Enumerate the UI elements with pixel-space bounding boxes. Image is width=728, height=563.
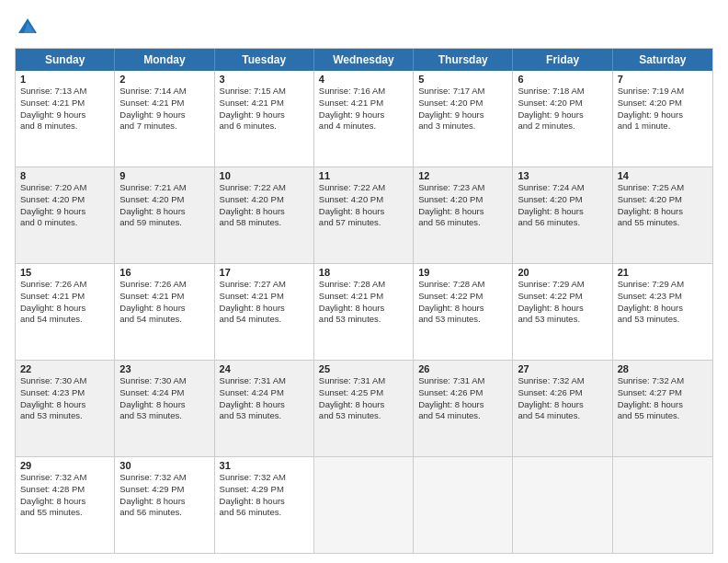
day-number: 23 [119,363,209,374]
calendar: SundayMondayTuesdayWednesdayThursdayFrid… [15,48,713,554]
cell-info-line: and 53 minutes. [319,410,408,422]
cell-info-line: and 58 minutes. [220,217,309,229]
cell-info-line: Sunset: 4:20 PM [618,194,708,206]
cell-info-line: Daylight: 9 hours [20,206,109,218]
day-number: 21 [618,267,708,278]
cell-info-line: and 4 minutes. [319,121,408,132]
cell-info-line: Daylight: 8 hours [319,206,408,218]
cell-info-line: Sunset: 4:22 PM [518,291,607,303]
table-row: 15Sunrise: 7:26 AMSunset: 4:21 PMDayligh… [16,264,115,360]
table-row: 12Sunrise: 7:23 AMSunset: 4:20 PMDayligh… [414,167,513,263]
cell-info-line: Sunrise: 7:29 AM [518,279,607,291]
cell-info-line: Sunset: 4:20 PM [418,194,507,206]
cell-info-line: and 1 minute. [618,121,708,132]
cell-info-line: and 6 minutes. [220,121,309,132]
calendar-week-3: 15Sunrise: 7:26 AMSunset: 4:21 PMDayligh… [16,263,712,360]
cell-info-line: and 53 minutes. [618,314,708,326]
cell-info-line: Sunrise: 7:17 AM [418,86,507,98]
cell-info-line: Sunset: 4:22 PM [418,291,507,303]
cell-info-line: Sunset: 4:20 PM [319,194,408,206]
header-day-tuesday: Tuesday [215,49,314,71]
day-number: 27 [518,363,607,374]
cell-info-line: Daylight: 8 hours [119,206,209,218]
cell-info-line: and 54 minutes. [20,314,109,326]
table-row: 30Sunrise: 7:32 AMSunset: 4:29 PMDayligh… [115,457,214,553]
day-number: 31 [220,460,309,471]
header-day-friday: Friday [513,49,612,71]
cell-info-line: Daylight: 9 hours [119,109,209,121]
page: SundayMondayTuesdayWednesdayThursdayFrid… [0,0,728,563]
cell-info-line: Sunrise: 7:31 AM [418,375,507,387]
cell-info-line: Sunset: 4:20 PM [518,98,607,109]
header-day-wednesday: Wednesday [314,49,414,71]
table-row: 27Sunrise: 7:32 AMSunset: 4:26 PMDayligh… [513,361,612,456]
cell-info-line: Daylight: 8 hours [220,206,309,218]
cell-info-line: Daylight: 8 hours [319,303,408,315]
cell-info-line: and 56 minutes. [518,217,607,229]
table-row: 26Sunrise: 7:31 AMSunset: 4:26 PMDayligh… [414,361,513,456]
cell-info-line: and 54 minutes. [518,410,607,422]
cell-info-line: Sunset: 4:21 PM [319,291,408,303]
day-number: 18 [319,267,408,278]
cell-info-line: Sunset: 4:28 PM [20,484,109,496]
table-row: 3Sunrise: 7:15 AMSunset: 4:21 PMDaylight… [215,71,314,167]
cell-info-line: Sunrise: 7:20 AM [20,182,109,194]
cell-info-line: Sunset: 4:20 PM [518,194,607,206]
cell-info-line: Sunset: 4:21 PM [119,98,209,109]
table-row: 28Sunrise: 7:32 AMSunset: 4:27 PMDayligh… [613,361,712,456]
cell-info-line: Sunrise: 7:28 AM [418,279,507,291]
cell-info-line: Sunrise: 7:23 AM [418,182,507,194]
cell-info-line: Sunrise: 7:30 AM [20,375,109,387]
day-number: 15 [20,267,109,278]
day-number: 29 [20,460,109,471]
day-number: 2 [119,74,209,85]
cell-info-line: Daylight: 9 hours [518,109,607,121]
cell-info-line: Sunset: 4:23 PM [618,291,708,303]
cell-info-line: Sunset: 4:20 PM [220,194,309,206]
calendar-body: 1Sunrise: 7:13 AMSunset: 4:21 PMDaylight… [16,71,712,553]
day-number: 7 [618,74,708,85]
cell-info-line: Daylight: 8 hours [618,399,708,411]
day-number: 28 [618,363,708,374]
cell-info-line: Sunrise: 7:31 AM [220,375,309,387]
table-row: 21Sunrise: 7:29 AMSunset: 4:23 PMDayligh… [613,264,712,360]
cell-info-line: Sunset: 4:27 PM [618,387,708,399]
cell-info-line: and 53 minutes. [220,410,309,422]
day-number: 17 [220,267,309,278]
cell-info-line: Sunrise: 7:24 AM [518,182,607,194]
table-row: 4Sunrise: 7:16 AMSunset: 4:21 PMDaylight… [314,71,414,167]
cell-info-line: Daylight: 8 hours [119,303,209,315]
cell-info-line: Daylight: 9 hours [319,109,408,121]
cell-info-line: and 55 minutes. [20,507,109,519]
cell-info-line: Sunset: 4:20 PM [418,98,507,109]
table-row: 14Sunrise: 7:25 AMSunset: 4:20 PMDayligh… [613,167,712,263]
cell-info-line: Daylight: 9 hours [418,109,507,121]
cell-info-line: Sunrise: 7:22 AM [319,182,408,194]
cell-info-line: Daylight: 8 hours [119,496,209,508]
cell-info-line: and 56 minutes. [418,217,507,229]
cell-info-line: and 53 minutes. [418,314,507,326]
cell-info-line: and 54 minutes. [119,314,209,326]
cell-info-line: Daylight: 8 hours [418,206,507,218]
cell-info-line: Sunrise: 7:27 AM [220,279,309,291]
calendar-week-5: 29Sunrise: 7:32 AMSunset: 4:28 PMDayligh… [16,456,712,553]
cell-info-line: Daylight: 9 hours [618,109,708,121]
cell-info-line: and 55 minutes. [618,410,708,422]
cell-info-line: Sunrise: 7:26 AM [119,279,209,291]
day-number: 24 [220,363,309,374]
cell-info-line: Sunset: 4:29 PM [119,484,209,496]
cell-info-line: Daylight: 8 hours [418,303,507,315]
header-day-thursday: Thursday [414,49,513,71]
day-number: 4 [319,74,408,85]
calendar-week-4: 22Sunrise: 7:30 AMSunset: 4:23 PMDayligh… [16,360,712,456]
day-number: 16 [119,267,209,278]
cell-info-line: Sunset: 4:21 PM [220,98,309,109]
cell-info-line: Sunset: 4:21 PM [20,291,109,303]
cell-info-line: Daylight: 9 hours [220,109,309,121]
cell-info-line: Sunrise: 7:29 AM [618,279,708,291]
cell-info-line: Sunset: 4:21 PM [220,291,309,303]
day-number: 12 [418,170,507,181]
cell-info-line: and 57 minutes. [319,217,408,229]
cell-info-line: Sunrise: 7:21 AM [119,182,209,194]
cell-info-line: Sunset: 4:20 PM [20,194,109,206]
